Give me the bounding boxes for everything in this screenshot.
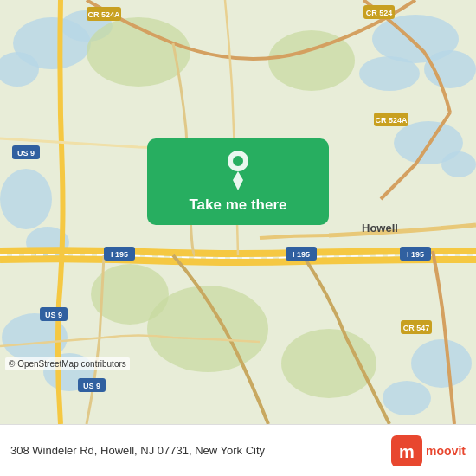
svg-point-14 [383, 381, 431, 415]
svg-point-43 [233, 156, 243, 166]
svg-text:m: m [399, 442, 415, 461]
svg-text:Howell: Howell [362, 222, 398, 235]
svg-text:CR 524A: CR 524A [87, 10, 120, 19]
map-container: I 195 I 195 I 195 US 9 US 9 US 9 CR 524A… [0, 0, 476, 424]
moovit-brand-text: moovit [426, 444, 466, 458]
svg-text:US 9: US 9 [45, 311, 62, 319]
svg-text:CR 547: CR 547 [403, 324, 430, 332]
svg-point-13 [411, 339, 472, 388]
svg-text:Take me there: Take me there [189, 196, 286, 213]
bottom-bar: 308 Windeler Rd, Howell, NJ 07731, New Y… [0, 424, 476, 476]
moovit-logo-icon: m [391, 435, 422, 466]
svg-point-5 [424, 50, 476, 88]
svg-text:I 195: I 195 [407, 250, 424, 259]
svg-text:I 195: I 195 [111, 250, 128, 259]
svg-text:CR 524: CR 524 [366, 9, 393, 17]
svg-point-8 [441, 151, 476, 177]
osm-attribution: © OpenStreetMap contributors [5, 357, 130, 370]
svg-text:I 195: I 195 [293, 250, 310, 259]
svg-text:CR 524A: CR 524A [375, 116, 408, 125]
svg-point-18 [281, 329, 376, 398]
address-text: 308 Windeler Rd, Howell, NJ 07731, New Y… [10, 444, 391, 457]
svg-point-6 [359, 56, 420, 91]
svg-point-9 [0, 169, 52, 229]
svg-text:US 9: US 9 [17, 149, 35, 158]
svg-text:US 9: US 9 [83, 382, 100, 390]
moovit-logo: m moovit [391, 435, 466, 466]
